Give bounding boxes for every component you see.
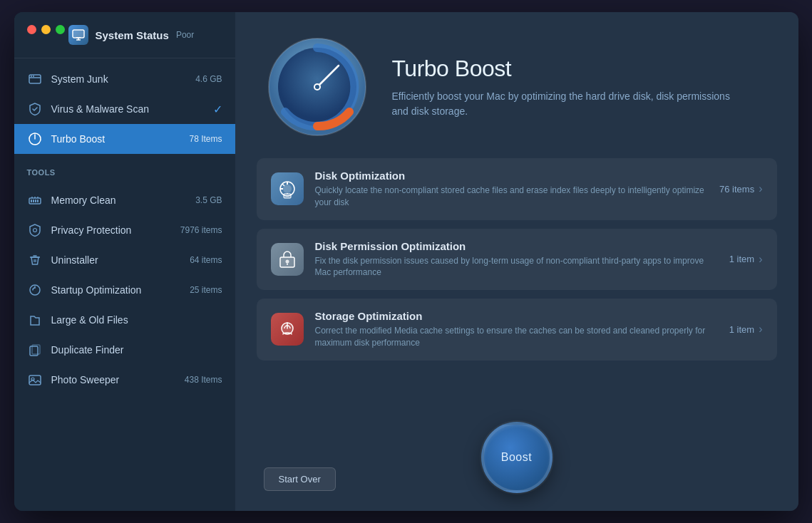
disk-optimization-count: 76 items (719, 184, 754, 195)
sidebar-title-area: System Status Poor (68, 25, 195, 45)
uninstaller-icon (27, 252, 43, 268)
photo-sweeper-label: Photo Sweeper (51, 374, 185, 385)
sidebar-item-virus-scan[interactable]: Virus & Malware Scan ✓ (14, 94, 235, 124)
system-junk-icon (27, 71, 43, 87)
sidebar-item-large-old-files[interactable]: Large & Old Files (14, 305, 235, 335)
turbo-boost-badge: 78 Items (189, 134, 222, 144)
main-nav: System Junk 4.6 GB Virus & Malware Scan … (14, 58, 235, 160)
main-bottom: Start Over Boost (235, 408, 798, 511)
disk-permission-content: Disk Permission Optimization Fix the dis… (315, 240, 718, 279)
hero-description: Efficiently boost your Mac by optimizing… (392, 89, 734, 119)
hero-text: Turbo Boost Efficiently boost your Mac b… (392, 56, 770, 119)
gauge (264, 33, 371, 140)
memory-clean-label: Memory Clean (51, 195, 196, 206)
sidebar-item-memory-clean[interactable]: Memory Clean 3.5 GB (14, 185, 235, 215)
svg-rect-38 (284, 194, 291, 198)
storage-optimization-content: Storage Optimization Correct the modifie… (315, 310, 718, 349)
memory-clean-icon (27, 192, 43, 208)
svg-point-8 (33, 76, 34, 77)
boost-button[interactable]: Boost (481, 422, 553, 493)
sidebar-item-turbo-boost[interactable]: Turbo Boost 78 Items (14, 124, 235, 154)
photo-sweeper-badge: 438 Items (185, 375, 222, 385)
svg-rect-16 (37, 200, 38, 202)
disk-optimization-content: Disk Optimization Quickly locate the non… (315, 170, 709, 209)
sidebar: System Status Poor System Junk 4.6 GB (14, 12, 235, 511)
disk-permission-desc: Fix the disk permission issues caused by… (315, 255, 718, 279)
startup-optimization-icon (27, 282, 43, 298)
sidebar-item-uninstaller[interactable]: Uninstaller 64 items (14, 245, 235, 275)
svg-point-20 (33, 229, 36, 232)
disk-permission-title: Disk Permission Optimization (315, 240, 718, 252)
disk-optimization-icon (271, 172, 304, 205)
svg-point-41 (285, 259, 289, 263)
start-over-button[interactable]: Start Over (264, 467, 336, 491)
duplicate-finder-label: Duplicate Finder (51, 344, 222, 356)
card-disk-optimization[interactable]: Disk Optimization Quickly locate the non… (257, 158, 777, 220)
maximize-button[interactable] (56, 25, 65, 34)
close-button[interactable] (27, 25, 36, 34)
privacy-protection-label: Privacy Protection (51, 224, 180, 236)
turbo-boost-icon (27, 131, 43, 147)
disk-permission-count: 1 item (729, 254, 754, 264)
svg-point-7 (31, 76, 32, 77)
sidebar-item-startup-optimization[interactable]: Startup Optimization 25 items (14, 275, 235, 305)
card-storage-optimization[interactable]: Storage Optimization Correct the modifie… (257, 299, 777, 361)
disk-permission-badge: 1 item › (729, 253, 763, 266)
traffic-lights (27, 25, 65, 34)
tools-section-label: Tools (14, 160, 235, 180)
uninstaller-badge: 64 items (190, 255, 222, 265)
photo-sweeper-icon (27, 372, 43, 388)
turbo-boost-label: Turbo Boost (51, 133, 190, 145)
sidebar-item-privacy-protection[interactable]: Privacy Protection 7976 items (14, 215, 235, 245)
svg-point-34 (315, 85, 319, 89)
svg-rect-27 (29, 376, 41, 385)
virus-scan-label: Virus & Malware Scan (51, 103, 213, 115)
hero-section: Turbo Boost Efficiently boost your Mac b… (235, 12, 798, 158)
hero-title: Turbo Boost (392, 56, 770, 82)
sidebar-header: System Status Poor (14, 12, 235, 58)
disk-permission-icon (271, 243, 304, 276)
storage-optimization-icon (271, 313, 304, 346)
large-old-files-label: Large & Old Files (51, 314, 222, 326)
duplicate-finder-icon (27, 342, 43, 358)
system-junk-label: System Junk (51, 73, 196, 85)
sidebar-item-system-junk[interactable]: System Junk 4.6 GB (14, 64, 235, 94)
uninstaller-label: Uninstaller (51, 254, 190, 266)
disk-optimization-chevron: › (759, 182, 762, 195)
app-icon (68, 25, 88, 45)
app-title: System Status (96, 29, 169, 41)
storage-optimization-chevron: › (759, 323, 762, 336)
sidebar-item-photo-sweeper[interactable]: Photo Sweeper 438 Items (14, 365, 235, 395)
disk-optimization-desc: Quickly locate the non-compliant stored … (315, 185, 709, 209)
main-content: Turbo Boost Efficiently boost your Mac b… (235, 12, 798, 511)
system-junk-badge: 4.6 GB (195, 74, 222, 84)
startup-optimization-badge: 25 items (190, 285, 222, 295)
disk-permission-chevron: › (759, 253, 762, 266)
storage-optimization-badge: 1 item › (729, 323, 763, 336)
svg-rect-15 (35, 200, 36, 202)
status-badge: Poor (176, 30, 194, 40)
virus-scan-check: ✓ (213, 103, 222, 116)
svg-rect-13 (31, 200, 32, 202)
privacy-protection-badge: 7976 items (180, 225, 222, 235)
disk-optimization-badge: 76 items › (719, 182, 762, 195)
large-old-files-icon (27, 312, 43, 328)
svg-rect-1 (73, 31, 83, 37)
card-disk-permission[interactable]: Disk Permission Optimization Fix the dis… (257, 229, 777, 291)
storage-optimization-count: 1 item (729, 324, 754, 335)
tools-nav: Memory Clean 3.5 GB Privacy Protection 7… (14, 180, 235, 400)
minimize-button[interactable] (41, 25, 51, 34)
startup-optimization-label: Startup Optimization (51, 284, 190, 296)
memory-clean-badge: 3.5 GB (195, 195, 222, 205)
app-window: System Status Poor System Junk 4.6 GB (14, 12, 798, 511)
privacy-protection-icon (27, 222, 43, 238)
sidebar-item-duplicate-finder[interactable]: Duplicate Finder (14, 335, 235, 365)
virus-scan-icon (27, 101, 43, 117)
feature-cards: Disk Optimization Quickly locate the non… (235, 158, 798, 408)
svg-rect-14 (33, 200, 34, 202)
storage-optimization-title: Storage Optimization (315, 310, 718, 322)
disk-optimization-title: Disk Optimization (315, 170, 709, 182)
storage-optimization-desc: Correct the modified Media cache setting… (315, 325, 718, 349)
